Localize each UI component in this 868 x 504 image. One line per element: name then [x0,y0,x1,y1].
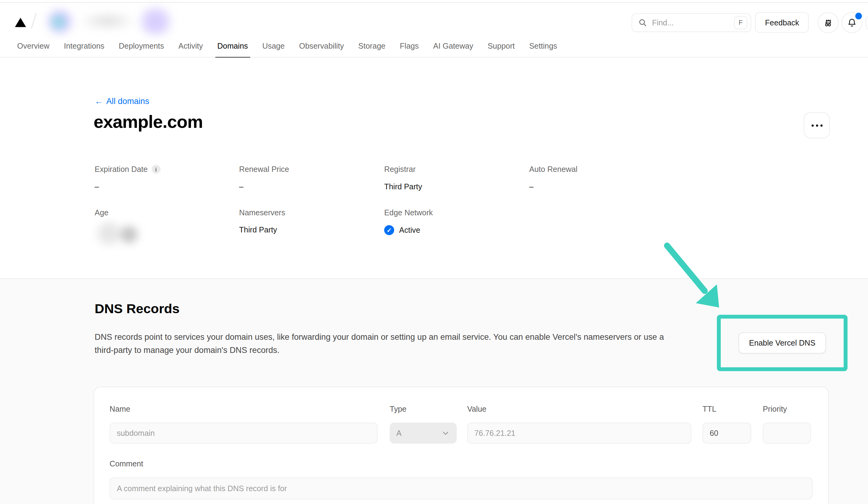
age-value-blurred [95,221,144,246]
header: Find... F Feedback [0,3,868,40]
info-icon[interactable]: i [152,165,161,174]
detail-value: Third Party [239,225,384,234]
search-placeholder: Find... [652,18,674,27]
type-select-value: A [396,429,402,438]
tab-settings[interactable]: Settings [522,40,565,57]
detail-value: – [239,182,384,191]
detail-auto-renewal: Auto Renewal – [529,165,674,191]
dns-records-section: DNS Records DNS records point to service… [0,278,868,504]
value-field-label: Value [467,404,692,413]
vip-mode-button[interactable] [817,12,839,33]
all-domains-back-link[interactable]: ← All domains [95,96,149,106]
check-icon: ✓ [384,225,394,235]
search-icon [638,18,648,28]
comment-field-label: Comment [110,459,813,468]
detail-label: Renewal Price [239,165,384,174]
back-arrow-icon: ← [95,96,103,106]
breadcrumb-separator [31,13,37,29]
domain-options-button[interactable] [804,112,830,138]
tab-storage[interactable]: Storage [351,40,393,57]
priority-field-label: Priority [763,404,811,413]
detail-label: Registrar [384,165,529,174]
enable-vercel-dns-button[interactable]: Enable Vercel DNS [738,333,826,354]
name-input[interactable] [110,423,378,444]
feedback-button[interactable]: Feedback [755,12,809,33]
tab-usage[interactable]: Usage [255,40,292,57]
ttl-field-label: TTL [702,404,751,413]
page-title: example.com [94,112,203,132]
priority-input[interactable] [763,423,811,444]
chevron-down-icon [441,429,450,438]
tab-integrations[interactable]: Integrations [56,40,111,57]
type-field-label: Type [390,404,457,413]
tab-flags[interactable]: Flags [393,40,426,57]
detail-label: Nameservers [239,208,384,217]
dns-records-title: DNS Records [95,301,179,316]
detail-nameservers: Nameservers Third Party [239,208,384,247]
project-tabbar: Overview Integrations Deployments Activi… [0,40,868,57]
detail-label: Expiration Date [95,165,147,174]
breadcrumb-team-name-blurred[interactable] [41,7,178,35]
annotation-highlight-box: Enable Vercel DNS [717,315,847,371]
comment-input[interactable] [110,477,813,500]
dns-record-form-card: Name Type A [94,387,829,504]
detail-label: Age [95,208,239,217]
tab-support[interactable]: Support [480,40,522,57]
dns-records-description: DNS records point to services your domai… [95,330,673,357]
back-link-label: All domains [106,96,149,106]
detail-value: – [95,182,239,191]
detail-value: Third Party [384,182,529,191]
detail-renewal-price: Renewal Price – [239,165,384,191]
detail-label: Edge Network [384,208,529,217]
tab-observability[interactable]: Observability [292,40,351,57]
notifications-button[interactable] [841,12,862,33]
avatar[interactable] [865,12,868,33]
domain-details-grid: Expiration Date i – Renewal Price – Regi… [95,165,674,247]
search-input[interactable]: Find... F [632,13,751,32]
tab-domains[interactable]: Domains [210,40,255,57]
ttl-input[interactable] [702,423,751,444]
detail-label: Auto Renewal [529,165,674,174]
detail-edge-network: Edge Network ✓ Active [384,208,529,247]
main-content: ← All domains example.com Expiration Dat… [0,57,868,504]
search-shortcut-key: F [734,16,747,29]
detail-expiration-date: Expiration Date i – [95,165,239,191]
type-select[interactable]: A [390,423,457,444]
vercel-domain-page: Find... F Feedback [0,0,868,504]
detail-value: – [529,182,674,191]
edge-network-status: Active [399,226,420,234]
tab-deployments[interactable]: Deployments [112,40,172,57]
name-field-label: Name [110,404,378,413]
detail-registrar: Registrar Third Party [384,165,529,191]
ellipsis-icon [812,124,823,126]
tab-overview[interactable]: Overview [10,40,57,57]
notification-dot [854,12,863,21]
vercel-logo-icon[interactable] [15,18,26,27]
tab-activity[interactable]: Activity [171,40,210,57]
detail-age: Age [95,208,239,247]
value-input[interactable] [467,423,692,444]
tab-ai-gateway[interactable]: AI Gateway [426,40,480,57]
disguise-icon [823,17,834,28]
